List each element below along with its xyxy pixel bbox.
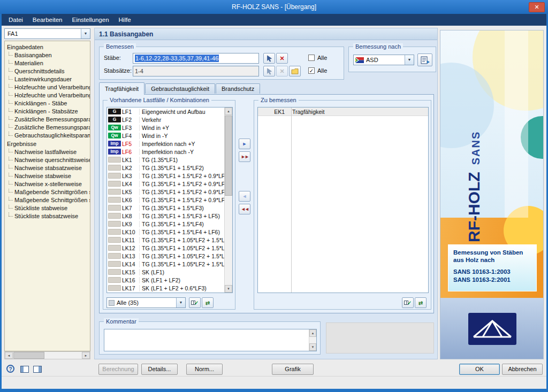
tree-horizontal-scrollbar[interactable]: ◄ ► xyxy=(4,351,90,359)
load-list-scrollbar[interactable]: ▲ ▼ xyxy=(224,107,232,293)
staebe-input[interactable]: 1-6,12-22,28-33,35,37,39,41-46 xyxy=(133,53,259,64)
scroll-right-icon[interactable]: ► xyxy=(82,352,90,359)
sidebar-item[interactable]: Materialien xyxy=(5,59,90,67)
display-panel-button[interactable] xyxy=(33,366,42,374)
grafik-button[interactable]: Grafik xyxy=(272,364,314,375)
kommentar-scrollbar[interactable]: ▲ ▼ xyxy=(309,329,316,351)
sidebar-item[interactable]: Nachweise stabsatzweise xyxy=(5,164,90,172)
remove-all-button[interactable]: ◄◄ xyxy=(239,204,250,214)
scrollbar-thumb[interactable] xyxy=(13,352,44,359)
scroll-down-icon[interactable]: ▼ xyxy=(225,285,232,293)
sidebar-item[interactable]: Lasteinwirkungsdauer xyxy=(5,75,90,83)
tab-brandschutz[interactable]: Brandschutz xyxy=(216,83,260,94)
design-target-row[interactable]: EK1 Tragfähigkeit xyxy=(258,107,428,116)
sidebar-item[interactable]: Stückliste stabweise xyxy=(5,204,90,212)
design-target-list[interactable]: EK1 Tragfähigkeit xyxy=(257,107,429,293)
dock-panel-button[interactable] xyxy=(20,366,29,374)
stabsaetze-new-button[interactable] xyxy=(289,66,301,76)
sidebar-item[interactable]: Nachweise lastfallweise xyxy=(5,148,90,156)
load-case-row[interactable]: Qw LF3 Wind in +Y xyxy=(107,124,224,132)
scroll-up-icon[interactable]: ▲ xyxy=(309,329,316,337)
staebe-pick-button[interactable] xyxy=(263,53,275,64)
sidebar-item[interactable]: Maßgebende Schnittgrößen sta xyxy=(5,196,90,204)
load-case-row[interactable]: LK10 TG (1.35*LF1 + 1.5*LF4 + LF6) xyxy=(107,228,224,236)
design-case-select[interactable]: FA1 ▼ xyxy=(4,28,90,39)
load-case-id: LK7 xyxy=(122,205,139,211)
staebe-delete-button[interactable]: ✕ xyxy=(276,53,288,64)
alle-stabsaetze-checkbox[interactable]: ✓ xyxy=(308,67,315,74)
sidebar-item[interactable]: Basisangaben xyxy=(5,51,90,59)
menu-hilfe[interactable]: Hilfe xyxy=(114,16,136,24)
load-case-row[interactable]: Imp LF5 Imperfektion nach +Y xyxy=(107,140,224,148)
close-button[interactable]: ✕ xyxy=(529,2,545,12)
help-button[interactable]: ? xyxy=(6,365,14,373)
ok-button[interactable]: OK xyxy=(459,364,500,375)
sidebar-item[interactable]: Nachweise x-stellenweise xyxy=(5,180,90,188)
tree-section-eingabedaten[interactable]: Eingabedaten xyxy=(5,43,90,51)
add-selected-button[interactable]: ► xyxy=(239,139,250,149)
norm-settings-button[interactable] xyxy=(417,53,432,66)
menu-bearbeiten[interactable]: Bearbeiten xyxy=(28,16,67,24)
sidebar-item[interactable]: Zusätzliche Bemessungsparame xyxy=(5,116,90,124)
load-case-row[interactable]: LK11 TG (1.35*LF1 + 1.05*LF2 + 1.5*LF3) xyxy=(107,236,224,244)
menu-einstellungen[interactable]: Einstellungen xyxy=(67,16,113,24)
scrollbar-thumb[interactable] xyxy=(225,116,232,196)
chevron-down-icon[interactable]: ▼ xyxy=(81,29,90,39)
load-case-row[interactable]: Qw LF4 Wind in -Y xyxy=(107,132,224,140)
load-case-id: LK6 xyxy=(122,197,139,203)
tree-section-ergebnisse[interactable]: Ergebnisse xyxy=(5,140,90,148)
stabsaetze-pick-button[interactable] xyxy=(263,66,275,76)
load-case-row[interactable]: LK7 TG (1.35*LF1 + 1.5*LF3) xyxy=(107,204,224,212)
load-case-list[interactable]: G LF1 Eigengewicht und Aufbau G LF2 Verk… xyxy=(106,107,233,293)
load-case-row[interactable]: LK13 TG (1.35*LF1 + 1.05*LF2 + 1.5*LF4) xyxy=(107,252,224,260)
load-case-row[interactable]: LK9 TG (1.35*LF1 + 1.5*LF4) xyxy=(107,220,224,228)
load-case-row[interactable]: LK5 TG (1.35*LF1 + 1.5*LF2 + 0.9*LF4) xyxy=(107,188,224,196)
sidebar-item[interactable]: Knicklängen - Stabsätze xyxy=(5,107,90,116)
load-filter-select[interactable]: Alle (35) ▼ xyxy=(106,297,186,308)
sidebar-item[interactable]: Nachweise querschnittsweise xyxy=(5,156,90,164)
check-all-targets-button[interactable]: ✓ xyxy=(402,297,414,308)
chevron-down-icon[interactable]: ▼ xyxy=(176,298,185,308)
load-case-row[interactable]: LK6 TG (1.35*LF1 + 1.5*LF2 + 0.9*LF4) xyxy=(107,196,224,204)
abbrechen-button[interactable]: Abbrechen xyxy=(502,364,543,375)
tab-tragfaehigkeit[interactable]: Tragfähigkeit xyxy=(99,82,144,95)
scroll-left-icon[interactable]: ◄ xyxy=(5,352,13,359)
sidebar-item[interactable]: Holzfeuchte und Verarbeitungs xyxy=(5,91,90,99)
sidebar-item[interactable]: Holzfeuchte und Verarbeitungs xyxy=(5,83,90,91)
load-case-row[interactable]: Imp LF6 Imperfektion nach -Y xyxy=(107,148,224,156)
select-all-relevant-button[interactable]: ✓ xyxy=(189,297,201,308)
details-button[interactable]: Details... xyxy=(141,364,178,375)
load-case-row[interactable]: G LF1 Eigengewicht und Aufbau xyxy=(107,107,224,116)
sidebar-item[interactable]: Nachweise stabweise xyxy=(5,172,90,180)
load-case-row[interactable]: LK14 TG (1.35*LF1 + 1.05*LF2 + 1.5*LF4) xyxy=(107,260,224,268)
norm-button[interactable]: Norm... xyxy=(186,364,223,375)
load-case-row[interactable]: LK4 TG (1.35*LF1 + 1.5*LF2 + 0.9*LF3) xyxy=(107,180,224,188)
chevron-down-icon[interactable]: ▼ xyxy=(405,55,414,65)
sidebar-item[interactable]: Zusätzliche Bemessungsparame xyxy=(5,124,90,132)
norm-select[interactable]: ASD ▼ xyxy=(353,55,414,65)
transfer-relevant-button[interactable]: ⇄ xyxy=(202,297,214,308)
load-case-row[interactable]: LK15 SK (LF1) xyxy=(107,268,224,276)
load-case-row[interactable]: LK1 TG (1.35*LF1) xyxy=(107,156,224,164)
tab-gebrauchstauglichkeit[interactable]: Gebrauchstauglichkeit xyxy=(145,83,215,94)
sidebar-item[interactable]: Maßgebende Schnittgrößen sta xyxy=(5,188,90,196)
sidebar-item[interactable]: Gebrauchstauglichkeitsparamet xyxy=(5,132,90,140)
menu-datei[interactable]: Datei xyxy=(4,16,28,24)
sidebar-item[interactable]: Stückliste stabsatzweise xyxy=(5,212,90,220)
scroll-up-icon[interactable]: ▲ xyxy=(225,107,232,115)
load-case-row[interactable]: LK2 TG (1.35*LF1 + 1.5*LF2) xyxy=(107,164,224,172)
load-case-row[interactable]: G LF2 Verkehr xyxy=(107,116,224,124)
scroll-down-icon[interactable]: ▼ xyxy=(309,343,316,351)
sidebar-item[interactable]: Knicklängen - Stäbe xyxy=(5,99,90,107)
sidebar-item[interactable]: Querschnittsdetails xyxy=(5,67,90,75)
add-all-button[interactable]: ►► xyxy=(239,151,250,162)
alle-staebe-checkbox[interactable] xyxy=(308,55,315,61)
kommentar-textarea[interactable]: ▲ ▼ xyxy=(104,329,317,351)
load-case-row[interactable]: LK12 TG (1.35*LF1 + 1.05*LF2 + 1.5*LF3) xyxy=(107,244,224,252)
load-case-row[interactable]: LK17 SK (LF1 + LF2 + 0.6*LF3) xyxy=(107,284,224,292)
load-case-row[interactable]: LK3 TG (1.35*LF1 + 1.5*LF2 + 0.9*LF3) xyxy=(107,172,224,180)
sync-targets-button[interactable]: ⇄ xyxy=(415,297,427,308)
load-case-row[interactable]: LK8 TG (1.35*LF1 + 1.5*LF3 + LF5) xyxy=(107,212,224,220)
load-case-row[interactable]: LK16 SK (LF1 + LF2) xyxy=(107,276,224,284)
remove-selected-button[interactable]: ◄ xyxy=(239,191,250,202)
